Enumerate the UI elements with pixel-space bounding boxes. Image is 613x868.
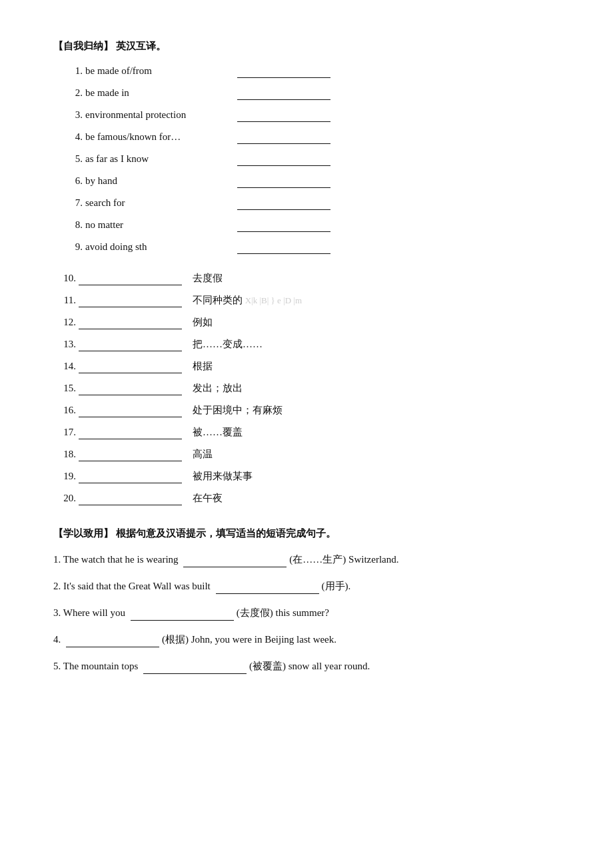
vocab-text-4: be famous/known for… [85, 128, 232, 146]
vocab-item-6: 6. by hand [67, 172, 560, 190]
fill-blank-3 [131, 620, 234, 621]
cn-text-17: 被……覆盖 [193, 423, 243, 441]
fill-blank-1 [183, 567, 287, 567]
cn-line-17 [79, 439, 182, 439]
section1-title: 【自我归纳】 英汉互译。 [53, 40, 560, 53]
vocab-item-8: 8. no matter [67, 216, 560, 234]
chinese-item-14: 14. 根据 [53, 357, 560, 375]
vocab-line-8 [237, 231, 330, 232]
vocab-list: 1. be made of/from 2. be made in 3. envi… [67, 62, 560, 256]
vocab-num-5: 5. [67, 150, 85, 168]
cn-text-18: 高温 [193, 445, 213, 463]
cn-num-20: 20. [53, 489, 79, 507]
vocab-line-5 [237, 165, 330, 166]
sentence-list: 1. The watch that he is wearing (在……生产) … [53, 549, 560, 676]
vocab-num-6: 6. [67, 172, 85, 190]
cn-line-18 [79, 461, 182, 461]
sentence-hint-5: (被覆盖) snow all year round. [249, 661, 370, 671]
cn-text-20: 在午夜 [193, 489, 223, 507]
chinese-item-17: 17. 被……覆盖 [53, 423, 560, 441]
chinese-item-12: 12. 例如 [53, 313, 560, 331]
vocab-text-5: as far as I know [85, 150, 232, 168]
sentence-hint-1: (在……生产) Switzerland. [289, 554, 398, 565]
chinese-item-18: 18. 高温 [53, 445, 560, 463]
cn-line-19 [79, 483, 182, 483]
cn-num-17: 17. [53, 423, 79, 441]
cn-line-13 [79, 351, 182, 351]
cn-line-10 [79, 285, 182, 285]
cn-num-10: 10. [53, 269, 79, 287]
sentence-num-4: 4. [53, 634, 63, 645]
section1-title-text: 【自我归纳】 英汉互译。 [53, 41, 166, 51]
cn-text-14: 根据 [193, 357, 213, 375]
chinese-item-13: 13. 把……变成…… [53, 335, 560, 353]
cn-num-11: 11. [53, 291, 79, 309]
sentence-hint-4: (根据) John, you were in Beijing last week… [162, 634, 336, 645]
vocab-num-7: 7. [67, 194, 85, 212]
sentence-num-2: 2. It's said that the Great Wall was bui… [53, 581, 213, 591]
vocab-line-6 [237, 187, 330, 188]
vocab-text-3: environmental protection [85, 106, 232, 124]
vocab-num-4: 4. [67, 128, 85, 146]
sentence-item-3: 3. Where will you (去度假) this summer? [53, 603, 560, 623]
vocab-text-8: no matter [85, 216, 232, 234]
chinese-item-11: 11. 不同种类的 X|k |B| } e |D |m [53, 291, 560, 309]
vocab-line-4 [237, 143, 330, 144]
sentence-hint-2: (用手). [322, 581, 351, 591]
vocab-item-9: 9. avoid doing sth [67, 238, 560, 256]
vocab-item-2: 2. be made in [67, 84, 560, 102]
sentence-item-1: 1. The watch that he is wearing (在……生产) … [53, 549, 560, 569]
cn-text-15: 发出；放出 [193, 379, 243, 397]
section2-title-text: 【学以致用】 根据句意及汉语提示，填写适当的短语完成句子。 [53, 528, 336, 539]
cn-line-12 [79, 329, 182, 329]
chinese-item-20: 20. 在午夜 [53, 489, 560, 507]
vocab-item-3: 3. environmental protection [67, 106, 560, 124]
vocab-line-2 [237, 99, 330, 100]
vocab-num-9: 9. [67, 238, 85, 256]
cn-num-19: 19. [53, 467, 79, 485]
cn-num-16: 16. [53, 401, 79, 419]
vocab-item-5: 5. as far as I know [67, 150, 560, 168]
vocab-line-9 [237, 253, 330, 254]
cn-line-11 [79, 307, 182, 307]
cn-text-12: 例如 [193, 313, 213, 331]
vocab-text-9: avoid doing sth [85, 238, 232, 256]
vocab-num-8: 8. [67, 216, 85, 234]
vocab-num-2: 2. [67, 84, 85, 102]
vocab-item-1: 1. be made of/from [67, 62, 560, 80]
vocab-text-2: be made in [85, 84, 232, 102]
sentence-num-5: 5. The mountain tops [53, 661, 141, 671]
cn-text-11: 不同种类的 X|k |B| } e |D |m [193, 291, 302, 309]
section2-title: 【学以致用】 根据句意及汉语提示，填写适当的短语完成句子。 [53, 527, 560, 540]
sentence-item-5: 5. The mountain tops (被覆盖) snow all year… [53, 656, 560, 676]
chinese-item-19: 19. 被用来做某事 [53, 467, 560, 485]
cn-num-13: 13. [53, 335, 79, 353]
section2: 【学以致用】 根据句意及汉语提示，填写适当的短语完成句子。 1. The wat… [53, 527, 560, 676]
chinese-list: 10. 去度假 11. 不同种类的 X|k |B| } e |D |m 12. … [53, 269, 560, 507]
cn-num-15: 15. [53, 379, 79, 397]
sentence-num-3: 3. Where will you [53, 607, 128, 618]
vocab-num-1: 1. [67, 62, 85, 80]
cn-text-19: 被用来做某事 [193, 467, 253, 485]
fill-blank-2 [216, 593, 319, 594]
vocab-text-6: by hand [85, 172, 232, 190]
sentence-item-4: 4. (根据) John, you were in Beijing last w… [53, 629, 560, 649]
cn-line-14 [79, 373, 182, 373]
fill-blank-5 [143, 673, 247, 674]
vocab-line-1 [237, 77, 330, 78]
cn-text-13: 把……变成…… [193, 335, 263, 353]
cn-line-20 [79, 505, 182, 505]
cn-num-18: 18. [53, 445, 79, 463]
chinese-item-10: 10. 去度假 [53, 269, 560, 287]
sentence-hint-3: (去度假) this summer? [237, 607, 329, 618]
chinese-item-16: 16. 处于困境中；有麻烦 [53, 401, 560, 419]
cn-num-14: 14. [53, 357, 79, 375]
vocab-line-7 [237, 209, 330, 210]
vocab-num-3: 3. [67, 106, 85, 124]
cn-line-15 [79, 395, 182, 395]
sentence-num-1: 1. The watch that he is wearing [53, 554, 181, 565]
cn-num-12: 12. [53, 313, 79, 331]
watermark-11: X|k |B| } e |D |m [245, 295, 302, 305]
vocab-item-4: 4. be famous/known for… [67, 128, 560, 146]
vocab-text-1: be made of/from [85, 62, 232, 80]
